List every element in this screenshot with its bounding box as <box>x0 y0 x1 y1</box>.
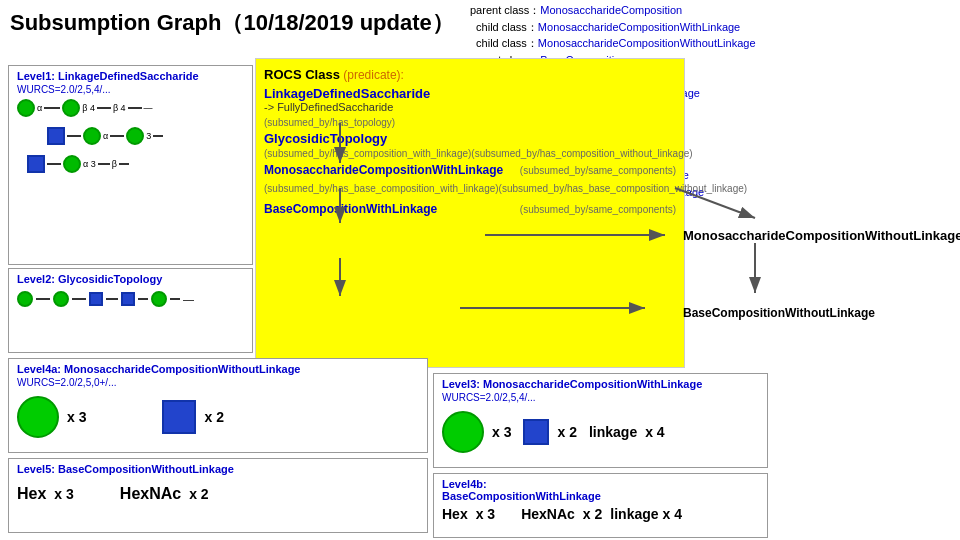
level2-node-5 <box>151 291 167 307</box>
level1-node-7 <box>63 155 81 173</box>
info-line-1: parent class：MonosaccharideComposition <box>470 2 960 19</box>
level4a-box: Level4a: MonosaccharideCompositionWithou… <box>8 358 428 453</box>
node1-label: LinkageDefinedSaccharide <box>264 86 676 101</box>
level4a-title: Level4a: MonosaccharideCompositionWithou… <box>17 363 419 375</box>
level1-edge-8 <box>98 163 110 165</box>
rocs-pred-label: (predicate): <box>343 68 404 82</box>
node2-label: GlycosidicTopology <box>264 131 676 146</box>
level3-wurcs: WURCS=2.0/2,5,4/... <box>442 392 759 403</box>
level4a-circle-count: x 3 <box>67 409 86 425</box>
level3-circle-count: x 3 <box>492 424 511 440</box>
subsumed-same: (subsumed_by/same_components) <box>520 165 676 176</box>
info-line-3: child class：MonosaccharideCompositionWit… <box>470 35 960 52</box>
level5-hexnac-count: x 2 <box>189 486 208 502</box>
level1-node-4 <box>83 127 101 145</box>
level1-edge-7 <box>47 163 61 165</box>
mwol-right-label: MonosaccharideCompositionWithoutLinkage <box>683 228 960 243</box>
level2-node-1 <box>17 291 33 307</box>
level3-title: Level3: MonosaccharideCompositionWithLin… <box>442 378 759 390</box>
level1-edge-9 <box>119 163 129 165</box>
level1-node-2 <box>62 99 80 117</box>
level1-edge-6 <box>153 135 163 137</box>
subsumed-base-with: (subsumed_by/has_base_composition_with_l… <box>264 183 499 194</box>
level4b-linkage-label: linkage x 4 <box>610 506 682 522</box>
level4b-hex-count: x 3 <box>476 506 495 522</box>
level5-title: Level5: BaseCompositionWithoutLinkage <box>17 463 419 475</box>
level4a-wurcs: WURCS=2.0/2,5,0+/... <box>17 377 419 388</box>
subsumed-comp-without: (subsumed_by/has_composition_without_lin… <box>471 148 692 159</box>
level5-box: Level5: BaseCompositionWithoutLinkage He… <box>8 458 428 533</box>
level2-node-3 <box>89 292 103 306</box>
level5-hexnac-label: HexNAc <box>120 485 181 503</box>
level1-edge-3 <box>128 107 142 109</box>
level4b-hex-label: Hex <box>442 506 468 522</box>
level1-node-5 <box>126 127 144 145</box>
level1-node-3 <box>47 127 65 145</box>
level5-hex-label: Hex <box>17 485 46 503</box>
level2-node-2 <box>53 291 69 307</box>
level4a-circle <box>17 396 59 438</box>
subsumed-base-without: (subsumed_by/has_base_composition_withou… <box>499 183 748 194</box>
level1-node-1 <box>17 99 35 117</box>
level5-hex-count: x 3 <box>54 486 73 502</box>
level1-title: Level1: LinkageDefinedSaccharide <box>17 70 244 82</box>
level4a-square <box>162 400 196 434</box>
level3-circle <box>442 411 484 453</box>
level3-linkage-label: linkage <box>589 424 637 440</box>
level1-node-6 <box>27 155 45 173</box>
level3-square-count: x 2 <box>557 424 576 440</box>
level4b-hexnac-label: HexNAc <box>521 506 575 522</box>
level1-edge-1 <box>44 107 60 109</box>
level1-box: Level1: LinkageDefinedSaccharide WURCS=2… <box>8 65 253 265</box>
node1-sub: -> FullyDefinedSaccharide <box>264 101 676 113</box>
level3-count: x 4 <box>645 424 664 440</box>
page-title: Subsumption Graph（10/18/2019 update） <box>10 8 454 38</box>
rocs-class-label: ROCS Class <box>264 67 340 82</box>
subsumed-comp-with: (subsumed_by/has_composition_with_linkag… <box>264 148 471 159</box>
level4b-hexnac-count: x 2 <box>583 506 602 522</box>
level1-edge-5 <box>110 135 124 137</box>
level4b-title: Level4b: BaseCompositionWithLinkage <box>442 478 601 502</box>
level3-box: Level3: MonosaccharideCompositionWithLin… <box>433 373 768 468</box>
level2-title: Level2: GlycosidicTopology <box>17 273 244 285</box>
level4b-box: Level4b: BaseCompositionWithLinkage Hex … <box>433 473 768 538</box>
subsumed-topology: (subsumed_by/has_topology) <box>264 117 395 128</box>
level2-node-4 <box>121 292 135 306</box>
level4a-square-count: x 2 <box>204 409 223 425</box>
info-line-2: child class：MonosaccharideCompositionWit… <box>470 19 960 36</box>
node4-label: BaseCompositionWithLinkage <box>264 202 437 216</box>
level2-box: Level2: GlycosidicTopology — <box>8 268 253 353</box>
level1-wurcs: WURCS=2.0/2,5,4/... <box>17 84 244 95</box>
yellow-panel: ROCS Class (predicate): LinkageDefinedSa… <box>255 58 685 368</box>
node3-label: MonosaccharideCompositionWithLinkage <box>264 163 503 177</box>
level1-edge-2 <box>97 107 111 109</box>
level1-edge-4 <box>67 135 81 137</box>
level3-square <box>523 419 549 445</box>
subsumed-same2: (subsumed_by/same_components) <box>520 204 676 215</box>
bcwol-right-label: BaseCompositionWithoutLinkage <box>683 306 875 320</box>
